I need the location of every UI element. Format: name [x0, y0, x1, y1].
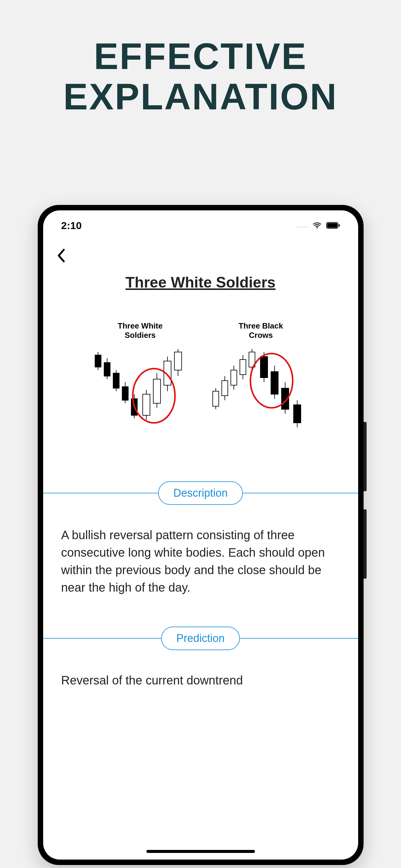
- illustration-right: Three Black Crows: [207, 321, 315, 433]
- svg-rect-5: [95, 355, 101, 367]
- headline-line1: EFFECTIVE: [0, 36, 401, 76]
- prediction-pill: Prediction: [161, 627, 239, 650]
- svg-rect-11: [122, 387, 128, 400]
- svg-rect-7: [104, 363, 110, 376]
- svg-rect-17: [153, 379, 161, 403]
- illustration-left: Three White Soldiers: [86, 321, 195, 433]
- phone-side-button-1: [364, 422, 367, 491]
- illustration-left-label: Three White Soldiers: [86, 321, 195, 340]
- signal-dots: .....: [296, 222, 308, 229]
- status-right: .....: [296, 222, 340, 229]
- illustration-right-label: Three Black Crows: [207, 321, 315, 340]
- page-title: Three White Soldiers: [43, 274, 358, 291]
- svg-rect-26: [222, 381, 228, 396]
- svg-rect-28: [231, 370, 237, 385]
- headline-line2: EXPLANATION: [0, 76, 401, 117]
- wifi-icon: [312, 222, 322, 229]
- svg-rect-36: [271, 372, 278, 394]
- svg-rect-34: [260, 356, 268, 378]
- phone-screen: 2:10 ..... Three White Soldiers: [43, 210, 358, 860]
- three-white-soldiers-chart: [86, 343, 195, 433]
- description-pill: Description: [158, 481, 242, 505]
- pattern-illustration: Three White Soldiers: [86, 321, 315, 433]
- svg-point-0: [316, 227, 318, 228]
- nav-row: [43, 241, 358, 265]
- phone-side-button-2: [364, 509, 367, 579]
- description-divider: Description: [43, 481, 358, 505]
- phone-mockup: 2:10 ..... Three White Soldiers: [38, 205, 364, 865]
- phone-frame: 2:10 ..... Three White Soldiers: [38, 205, 364, 865]
- svg-rect-9: [113, 373, 119, 388]
- status-bar: 2:10 .....: [43, 210, 358, 241]
- description-text: A bullish reversal pattern consisting of…: [43, 505, 358, 596]
- svg-rect-21: [174, 352, 182, 370]
- svg-rect-40: [294, 405, 301, 423]
- back-button[interactable]: [52, 247, 70, 265]
- prediction-text: Reversal of the current downtrend: [43, 650, 358, 689]
- status-time: 2:10: [61, 220, 82, 231]
- chevron-left-icon: [56, 248, 66, 263]
- home-indicator[interactable]: [146, 850, 255, 853]
- svg-rect-2: [327, 223, 337, 228]
- svg-rect-30: [240, 360, 246, 375]
- svg-rect-24: [213, 391, 219, 406]
- promo-headline: EFFECTIVE EXPLANATION: [0, 0, 401, 117]
- svg-rect-3: [339, 224, 340, 227]
- battery-icon: [326, 222, 340, 229]
- three-black-crows-chart: [207, 343, 315, 433]
- svg-rect-15: [143, 394, 150, 415]
- prediction-divider: Prediction: [43, 626, 358, 650]
